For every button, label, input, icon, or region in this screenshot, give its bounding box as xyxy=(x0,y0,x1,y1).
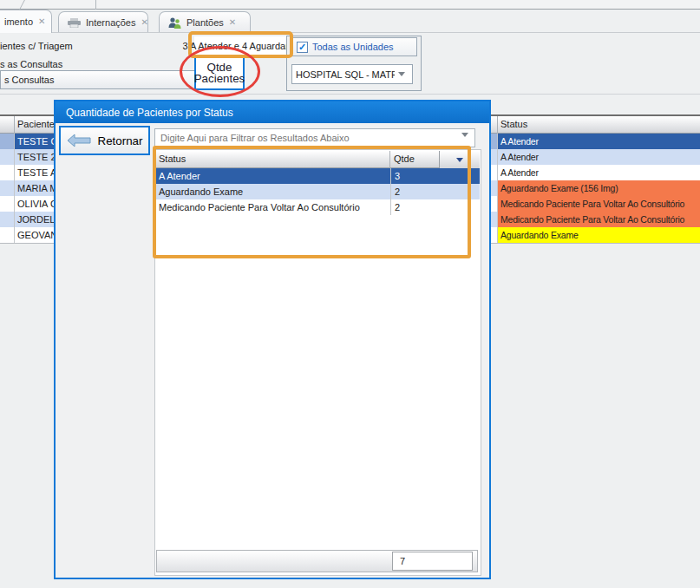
status-cell[interactable]: Aguardando Exame (156 Img) xyxy=(497,180,700,196)
tabbar-divider xyxy=(0,32,700,33)
column-divider xyxy=(497,116,498,134)
todas-unidades-label[interactable]: Todas as Unidades xyxy=(312,42,394,52)
modal-table-row[interactable]: Aguardando Exame 2 xyxy=(155,184,480,199)
triage-label: ientes c/ Triagem xyxy=(0,41,73,51)
modal-qtde-cell[interactable]: 3 xyxy=(390,168,480,184)
chevron-down-icon[interactable] xyxy=(461,133,468,137)
tab-plantoes[interactable]: Plantões ✕ xyxy=(159,11,251,33)
app-window: imento ✕ Internações ✕ Plantões ✕ ientes… xyxy=(0,0,700,588)
status-counter-label: 3 A Atender e 4 Aguardando xyxy=(194,36,290,55)
filter-chevron-icon xyxy=(456,158,463,162)
qtde-pacientes-button[interactable]: Qtde Pacientes xyxy=(194,55,245,90)
qtde-button-line1: Qtde xyxy=(207,62,232,73)
people-icon xyxy=(168,17,181,29)
tab-internacoes[interactable]: Internações ✕ xyxy=(58,11,148,33)
tab-label: imento xyxy=(4,16,33,27)
consultas-combo-value: s Consultas xyxy=(4,75,192,85)
qtd-pacientes-modal: Quantidade de Pacientes por Status Retor… xyxy=(54,100,491,579)
column-divider xyxy=(14,116,15,134)
modal-status-cell[interactable]: A Atender xyxy=(155,168,390,184)
row-indicator xyxy=(0,196,14,212)
close-icon[interactable]: ✕ xyxy=(38,17,45,26)
status-cell[interactable]: A Atender xyxy=(497,134,700,149)
total-count-box: 7 xyxy=(392,552,473,571)
row-indicator xyxy=(0,212,14,227)
modal-qtde-cell[interactable]: 2 xyxy=(390,199,480,215)
tab-remnant-slant xyxy=(8,0,25,10)
close-icon[interactable]: ✕ xyxy=(141,18,147,27)
tab-remnant-line xyxy=(95,0,96,10)
printer-icon xyxy=(68,18,81,28)
status-cell[interactable]: A Atender xyxy=(497,149,700,165)
tab-atendimento[interactable]: imento ✕ xyxy=(0,10,52,33)
filter-input[interactable] xyxy=(154,128,475,147)
column-divider xyxy=(389,151,390,168)
close-icon[interactable]: ✕ xyxy=(229,18,236,27)
retornar-label: Retornar xyxy=(98,134,143,147)
row-indicator xyxy=(0,134,14,149)
grid-filter-dropdown-button[interactable] xyxy=(439,151,480,168)
status-cell[interactable]: Medicando Paciente Para Voltar Ao Consul… xyxy=(497,212,700,227)
modal-qtde-header[interactable]: Qtde xyxy=(394,154,415,164)
modal-grid-header: Status Qtde xyxy=(154,151,480,168)
modal-titlebar: Quantidade de Pacientes por Status xyxy=(56,101,489,123)
unit-combo-value: HOSPITAL SQL - MATRIZ xyxy=(296,69,395,80)
paciente-column-header[interactable]: Paciente xyxy=(17,119,55,129)
chevron-down-icon[interactable] xyxy=(395,65,409,83)
row-indicator xyxy=(0,180,14,196)
modal-status-cell[interactable]: Medicando Paciente Para Voltar Ao Consul… xyxy=(155,199,390,215)
row-indicator xyxy=(0,165,14,180)
qtde-button-line2: Pacientes xyxy=(194,73,245,84)
modal-table-row[interactable]: A Atender 3 xyxy=(155,168,480,184)
row-indicator xyxy=(0,227,14,243)
status-cell[interactable]: Aguardando Exame xyxy=(497,227,700,243)
status-cell[interactable]: A Atender xyxy=(497,165,700,180)
content-divider xyxy=(0,94,700,95)
modal-status-cell[interactable]: Aguardando Exame xyxy=(155,184,390,199)
top-strip xyxy=(0,0,700,10)
consultas-combo[interactable]: s Consultas xyxy=(0,70,210,89)
retornar-button[interactable]: Retornar xyxy=(59,126,150,155)
checked-checkbox-icon[interactable]: ✓ xyxy=(297,42,308,53)
modal-status-header[interactable]: Status xyxy=(159,154,186,164)
todas-unidades-row[interactable]: ✓ Todas as Unidades xyxy=(291,37,417,56)
tab-label: Internações xyxy=(86,17,135,28)
status-column-header[interactable]: Status xyxy=(500,119,527,129)
modal-table-row[interactable]: Medicando Paciente Para Voltar Ao Consul… xyxy=(155,199,480,215)
consultas-label: s as Consultas xyxy=(0,59,62,69)
status-cell[interactable]: Medicando Paciente Para Voltar Ao Consul… xyxy=(497,196,700,212)
tab-label: Plantões xyxy=(186,17,224,28)
row-indicator xyxy=(0,149,14,165)
back-arrow-icon xyxy=(67,134,91,147)
unit-combo[interactable]: HOSPITAL SQL - MATRIZ xyxy=(291,64,413,84)
modal-qtde-cell[interactable]: 2 xyxy=(390,184,480,199)
